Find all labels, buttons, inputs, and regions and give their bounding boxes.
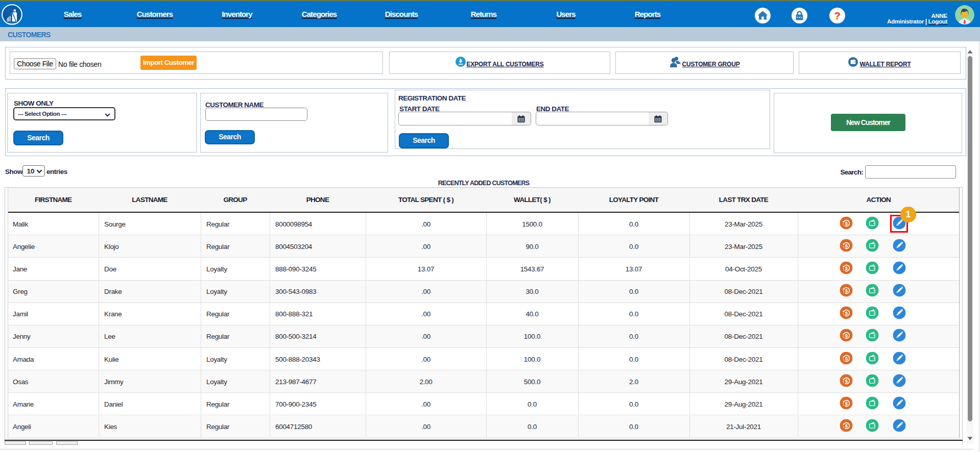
svg-text:$: $ <box>845 288 848 293</box>
svg-text:$: $ <box>845 400 848 406</box>
svg-text:$: $ <box>845 333 848 338</box>
svg-text:$: $ <box>845 220 848 226</box>
svg-text:$: $ <box>845 423 848 429</box>
svg-text:$: $ <box>845 356 848 361</box>
svg-text:$: $ <box>845 378 848 384</box>
svg-text:$: $ <box>845 310 848 316</box>
svg-text:?: ? <box>834 10 840 21</box>
svg-text:$: $ <box>845 265 848 271</box>
svg-text:$: $ <box>845 243 848 248</box>
